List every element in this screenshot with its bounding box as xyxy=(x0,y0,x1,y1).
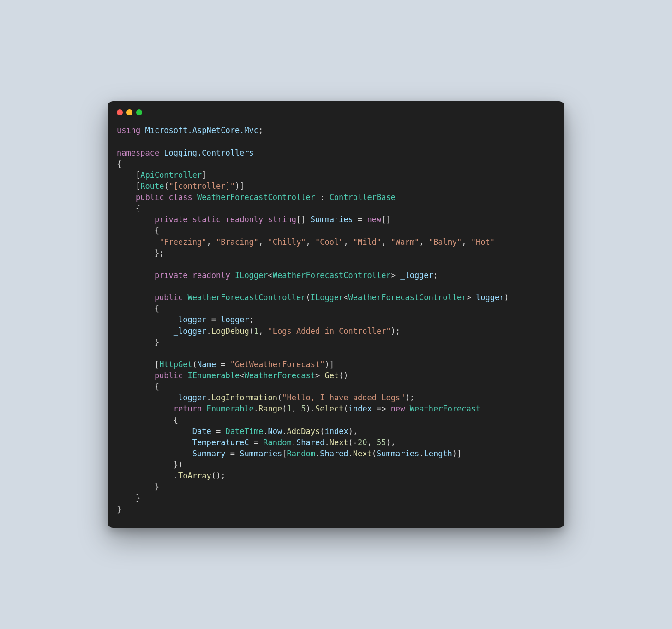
paren: ) xyxy=(504,293,509,302)
paren: (); xyxy=(211,471,226,480)
prop-now: Now xyxy=(268,427,282,436)
number: 55 xyxy=(377,438,386,447)
type-weatherforecast: WeatherForecast xyxy=(405,404,481,413)
indent xyxy=(117,271,155,280)
field-summaries: Summaries xyxy=(240,449,282,458)
paren: () xyxy=(339,371,348,380)
minimize-button[interactable] xyxy=(126,109,132,115)
paren: ( xyxy=(306,293,310,302)
dot: . xyxy=(292,438,296,447)
field-logger: _logger xyxy=(400,271,433,280)
type-ilogger: ILogger xyxy=(311,293,344,302)
number: 20 xyxy=(358,438,367,447)
prop-shared: Shared xyxy=(320,449,348,458)
indent xyxy=(117,438,192,447)
comma: , xyxy=(419,237,428,247)
indent xyxy=(117,315,174,324)
param-ref: logger xyxy=(221,315,249,324)
string-literal: "Mild" xyxy=(353,237,381,247)
comma: , xyxy=(292,404,301,413)
indent xyxy=(117,327,174,336)
indent xyxy=(117,193,136,202)
code-editor[interactable]: using Microsoft.AspNetCore.Mvc; namespac… xyxy=(108,115,564,527)
semicolon: ; xyxy=(258,126,263,135)
paren: ), xyxy=(348,427,358,436)
equals: = xyxy=(225,449,240,458)
lambda-param: index xyxy=(348,404,372,413)
indent xyxy=(117,293,155,302)
comma: , xyxy=(367,438,377,447)
paren: (- xyxy=(348,438,358,447)
angle-bracket: > xyxy=(315,371,324,380)
bracket: [ xyxy=(282,449,287,458)
attribute: ApiController xyxy=(140,170,202,180)
angle-bracket: > xyxy=(466,293,475,302)
string-literal: "[controller]" xyxy=(169,181,235,191)
paren: )] xyxy=(235,181,244,191)
keyword-new: new xyxy=(391,404,405,413)
prop-date: Date xyxy=(192,427,211,436)
dot: . xyxy=(263,427,268,436)
equals: = xyxy=(216,360,230,369)
angle-bracket: > xyxy=(391,271,400,280)
class-name: WeatherForecastController xyxy=(192,193,315,202)
type-ienumerable: IEnumerable xyxy=(183,371,240,380)
keyword-readonly: readonly xyxy=(221,215,263,224)
string-literal: "Hello, I have added Logs" xyxy=(282,393,405,402)
base-class: ControllerBase xyxy=(330,193,396,202)
paren: ). xyxy=(306,404,315,413)
comma: , xyxy=(206,237,216,247)
type-enumerable: Enumerable xyxy=(202,404,254,413)
type-param: WeatherForecast xyxy=(244,371,315,380)
dot: . xyxy=(348,449,353,458)
string-literal: "Bracing" xyxy=(216,237,258,247)
comma: , xyxy=(343,237,353,247)
brackets: [] xyxy=(296,215,311,224)
keyword-static: static xyxy=(188,215,221,224)
bracket: [ xyxy=(117,360,159,369)
prop-summary: Summary xyxy=(192,449,226,458)
keyword-public: public xyxy=(155,371,183,380)
close-button[interactable] xyxy=(117,109,123,115)
number: 1 xyxy=(254,327,258,336)
string-literal: "Cool" xyxy=(315,237,343,247)
comma: , xyxy=(306,237,315,247)
comma: , xyxy=(258,327,268,336)
string-literal: "Freezing" xyxy=(159,237,206,247)
bracket: [ xyxy=(117,170,140,180)
method-next: Next xyxy=(353,449,372,458)
field-ref: _logger xyxy=(174,393,207,402)
keyword-namespace: namespace xyxy=(117,148,159,157)
brace: { xyxy=(117,382,159,391)
close-brace: }) xyxy=(117,460,183,469)
paren: ); xyxy=(391,327,400,336)
bracket: ] xyxy=(202,170,206,180)
namespace-name: Logging.Controllers xyxy=(159,148,254,157)
brace: } xyxy=(117,338,159,347)
semicolon: ; xyxy=(433,271,438,280)
string-literal: "Logs Added in Controller" xyxy=(268,327,391,336)
brace: { xyxy=(117,159,121,169)
angle-bracket: < xyxy=(343,293,348,302)
prop-length: Length xyxy=(424,449,452,458)
comma: , xyxy=(462,237,471,247)
indent xyxy=(117,404,174,413)
string-literal: "Hot" xyxy=(471,237,495,247)
brace: } xyxy=(117,505,121,514)
dot: . xyxy=(206,327,211,336)
semicolon: ; xyxy=(249,315,254,324)
paren: ( xyxy=(320,427,324,436)
dot: . xyxy=(117,471,178,480)
keyword-private: private xyxy=(155,215,188,224)
brace: } xyxy=(117,493,140,502)
string-literal: "Balmy" xyxy=(429,237,462,247)
angle-bracket: < xyxy=(240,371,244,380)
type-ilogger: ILogger xyxy=(230,271,268,280)
zoom-button[interactable] xyxy=(136,109,142,115)
keyword-public: public xyxy=(155,293,183,302)
prop-shared: Shared xyxy=(296,438,324,447)
indent xyxy=(117,449,192,458)
field-summaries: Summaries xyxy=(377,449,419,458)
string-literal: "Warm" xyxy=(391,237,419,247)
namespace-ref: Microsoft.AspNetCore.Mvc xyxy=(140,126,258,135)
